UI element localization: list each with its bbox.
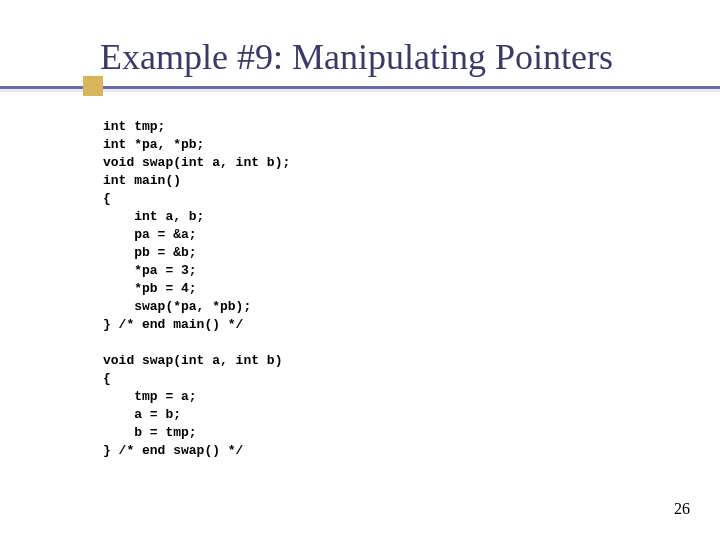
code-block: int tmp; int *pa, *pb; void swap(int a, … bbox=[103, 118, 290, 460]
slide: Example #9: Manipulating Pointers int tm… bbox=[0, 0, 720, 540]
page-number: 26 bbox=[674, 500, 690, 518]
accent-square-icon bbox=[83, 76, 103, 96]
title-underline bbox=[0, 86, 720, 89]
title-underline-shadow bbox=[0, 89, 720, 92]
slide-title: Example #9: Manipulating Pointers bbox=[100, 36, 613, 78]
